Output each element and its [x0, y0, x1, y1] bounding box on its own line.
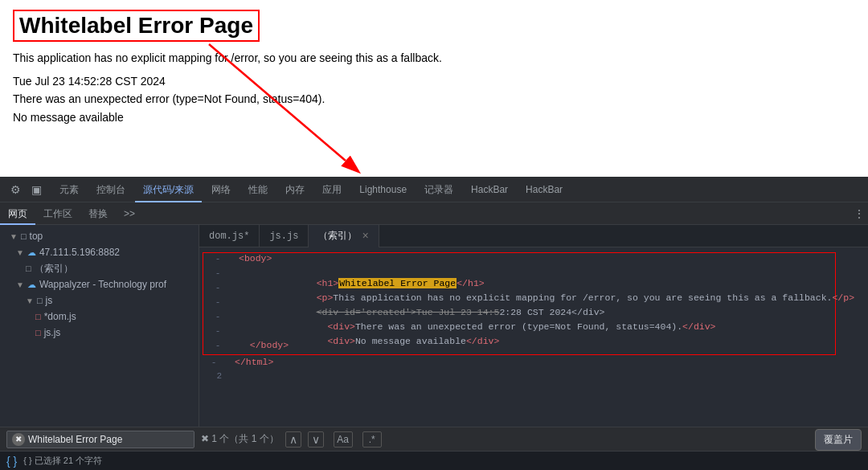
line-num-4: -: [210, 297, 226, 307]
src-tab-index-label: （索引）: [318, 225, 357, 247]
devtools-content: ▼ □ top ▼ ☁ 47.111.5.196:8882 □ （索引） ▼ ☁…: [0, 225, 868, 427]
line-num-6: -: [210, 326, 226, 336]
devtools-icons: ⚙ ▣: [6, 181, 45, 198]
tab-console[interactable]: 控制台: [88, 177, 133, 202]
code-line-p: - <p>This application has no explicit ma…: [203, 282, 835, 296]
tree-label-top: top: [30, 231, 43, 242]
cloud-icon-server: ☁: [27, 247, 36, 258]
cloud-icon-wappalyzer: ☁: [27, 280, 36, 290]
error-line1: There was an unexpected error (type=Not …: [13, 90, 855, 108]
tree-item-jsjs[interactable]: □ js.js: [0, 325, 199, 341]
search-input-wrap: ✖: [6, 431, 194, 448]
search-case-button[interactable]: Aa: [334, 431, 353, 448]
src-tab-jsjs[interactable]: js.js: [260, 225, 309, 247]
tree-item-index[interactable]: □ （索引）: [0, 260, 199, 276]
tab2-workspace[interactable]: 工作区: [35, 202, 80, 225]
tab2-replace[interactable]: 替换: [80, 202, 116, 225]
error-details: Tue Jul 23 14:52:28 CST 2024 There was a…: [13, 72, 855, 126]
search-count: ✖ 1 个（共 1 个）: [201, 432, 279, 446]
tree-arrow-js: ▼: [26, 296, 34, 305]
tree-label-wappalyzer: Wappalyzer - Technology prof: [39, 279, 166, 290]
search-input[interactable]: [28, 434, 189, 445]
tab-network[interactable]: 网络: [203, 177, 239, 202]
devtools-toolbar: ⚙ ▣ 元素 控制台 源代码/来源 网络 性能 内存 应用 Lighthouse…: [0, 177, 868, 202]
search-clear-button[interactable]: ✖: [12, 433, 25, 446]
tree-label-jsjs: js.js: [44, 327, 61, 338]
tab-elements[interactable]: 元素: [51, 177, 87, 202]
error-line2: No message available: [13, 108, 855, 126]
line-num-5: -: [210, 312, 226, 321]
tree-item-domjs[interactable]: □ *dom.js: [0, 309, 199, 325]
error-timestamp: Tue Jul 23 14:52:28 CST 2024: [13, 72, 855, 90]
source-tabs: dom.js* js.js （索引） ×: [199, 225, 868, 247]
code-line-html-close: - </html>: [199, 357, 868, 371]
tree-item-wappalyzer[interactable]: ▼ ☁ Wappalyzer - Technology prof: [0, 276, 199, 292]
file-icon-domjs: □: [35, 312, 41, 321]
cover-button[interactable]: 覆盖片: [815, 429, 862, 451]
tab2-more[interactable]: >>: [116, 202, 143, 225]
code-line-h1: - <h1>Whitelabel Error Page</h1>: [203, 268, 835, 282]
more-options-icon[interactable]: ⋮: [850, 205, 868, 223]
tab-memory[interactable]: 内存: [277, 177, 313, 202]
code-body-close: </body>: [239, 340, 289, 350]
src-tab-jsjs-label: js.js: [269, 225, 298, 247]
cursor-icon[interactable]: ⚙: [6, 181, 24, 198]
devtools-toolbar2: 网页 工作区 替换 >> ⋮: [0, 202, 868, 225]
line-num-3: -: [210, 283, 226, 292]
tree-arrow-wappalyzer: ▼: [16, 280, 24, 289]
tree-label-index: （索引）: [35, 262, 73, 276]
source-panel: dom.js* js.js （索引） × - <body>: [199, 225, 868, 427]
file-icon-index: □: [26, 264, 31, 273]
tab-performance[interactable]: 性能: [240, 177, 276, 202]
line-num-8: -: [206, 358, 222, 367]
tree-label-js: js: [46, 295, 53, 306]
file-tree: ▼ □ top ▼ ☁ 47.111.5.196:8882 □ （索引） ▼ ☁…: [0, 225, 199, 427]
line-num-7: -: [210, 341, 226, 350]
inspect-icon[interactable]: ▣: [27, 181, 45, 198]
file-icon-jsjs: □: [35, 328, 41, 337]
search-prev-button[interactable]: ∧: [285, 431, 301, 448]
tree-arrow-top: ▼: [10, 232, 18, 241]
code-content: - <body> - <h1>Whitelabel Error Page</h1…: [199, 247, 868, 389]
tab-lighthouse[interactable]: Lighthouse: [351, 177, 415, 202]
line-num-2-num: 2: [206, 371, 222, 381]
code-line-body-open: - <body>: [203, 253, 835, 268]
main-page-content: Whitelabel Error Page This application h…: [0, 0, 868, 177]
code-html-close: </html>: [235, 357, 273, 367]
search-next-button[interactable]: ∨: [308, 431, 324, 448]
page-description: This application has no explicit mapping…: [13, 51, 855, 64]
tree-item-top[interactable]: ▼ □ top: [0, 228, 199, 244]
tree-arrow-server: ▼: [16, 248, 24, 257]
code-line-2: 2: [199, 371, 868, 386]
src-tab-domjs-label: dom.js*: [209, 225, 249, 247]
tree-label-server: 47.111.5.196:8882: [39, 247, 120, 258]
devtools-panel: ⚙ ▣ 元素 控制台 源代码/来源 网络 性能 内存 应用 Lighthouse…: [0, 177, 868, 470]
src-tab-domjs[interactable]: dom.js*: [199, 225, 260, 247]
tree-label-domjs: *dom.js: [44, 311, 76, 322]
tree-item-server[interactable]: ▼ ☁ 47.111.5.196:8882: [0, 244, 199, 260]
status-brace-icon[interactable]: { }: [6, 455, 17, 468]
tab-hackbar2[interactable]: HackBar: [518, 177, 571, 202]
src-tab-index[interactable]: （索引） ×: [309, 225, 379, 247]
tab-hackbar1[interactable]: HackBar: [463, 177, 516, 202]
tab2-webpage[interactable]: 网页: [0, 202, 35, 225]
tab-recorder[interactable]: 记录器: [416, 177, 461, 202]
line-num-1: -: [210, 254, 226, 264]
folder-icon-top: □: [21, 231, 27, 241]
page-title: Whitelabel Error Page: [13, 10, 260, 42]
devtools-statusbar: { } { } 已选择 21 个字符: [0, 451, 868, 470]
devtools-search: ✖ ✖ 1 个（共 1 个） ∧ ∨ Aa .*: [0, 427, 868, 451]
folder-icon-js: □: [37, 296, 43, 305]
src-tab-index-close[interactable]: ×: [362, 225, 368, 247]
line-num-2: -: [210, 268, 226, 278]
search-regex-button[interactable]: .*: [362, 431, 382, 448]
code-body-open: <body>: [239, 253, 272, 264]
tab-sources[interactable]: 源代码/来源: [135, 177, 202, 202]
tab-application[interactable]: 应用: [314, 177, 350, 202]
tree-item-js-folder[interactable]: ▼ □ js: [0, 292, 199, 309]
status-text: { } 已选择 21 个字符: [23, 455, 102, 467]
